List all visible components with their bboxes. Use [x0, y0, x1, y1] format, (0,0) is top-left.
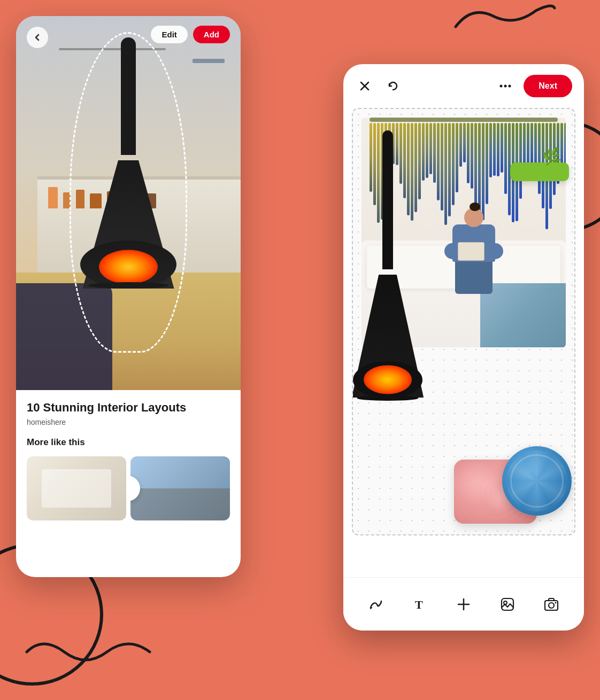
decorative-squiggle-top — [450, 0, 557, 32]
add-button[interactable]: Add — [193, 26, 230, 43]
next-button[interactable]: Next — [524, 75, 572, 97]
camera-tool-button[interactable] — [539, 592, 564, 617]
svg-point-2 — [500, 85, 503, 88]
svg-rect-6 — [502, 598, 513, 610]
more-like-item-2[interactable]: × — [130, 456, 230, 520]
more-like-title: More like this — [27, 437, 230, 448]
phone-right-card: Next — [343, 64, 584, 631]
undo-button[interactable] — [383, 76, 402, 96]
sticker-tool-button[interactable] — [495, 592, 520, 617]
svg-point-10 — [555, 602, 557, 603]
pin-title: 10 Stunning Interior Layouts — [27, 401, 230, 415]
plant-shelf-sticker[interactable]: 🌿 — [510, 162, 569, 181]
pillow-stickers[interactable] — [454, 433, 572, 524]
fireplace-right — [352, 130, 428, 424]
add-element-button[interactable] — [451, 592, 476, 617]
text-tool-button[interactable]: T — [407, 592, 433, 617]
phone-right-header: Next — [343, 64, 584, 108]
more-options-button[interactable] — [496, 76, 515, 96]
phone-left-image: Edit Add — [16, 16, 241, 390]
canvas-area[interactable]: 🌿 — [352, 108, 575, 535]
fireplace-left — [75, 37, 182, 315]
person-figure — [447, 219, 501, 294]
phone-left-content: 10 Stunning Interior Layouts homeishere … — [16, 390, 241, 531]
svg-point-4 — [509, 85, 511, 88]
svg-point-9 — [549, 603, 554, 608]
edit-add-area: Edit Add — [151, 26, 230, 43]
svg-point-3 — [504, 85, 507, 88]
kitchen-light — [193, 59, 225, 63]
svg-text:T: T — [415, 598, 423, 611]
more-like-grid: × — [27, 456, 230, 520]
back-button[interactable] — [27, 27, 48, 48]
draw-tool-button[interactable] — [363, 592, 389, 617]
phone-right-toolbar: T — [343, 577, 584, 631]
phone-left-card: Edit Add 10 Stunning Interior Layouts ho… — [16, 16, 241, 577]
pin-author: homeishere — [27, 418, 230, 426]
more-like-item-1[interactable] — [27, 456, 126, 520]
svg-point-7 — [504, 601, 507, 604]
close-button-right[interactable] — [355, 76, 374, 96]
edit-button[interactable]: Edit — [151, 26, 187, 43]
